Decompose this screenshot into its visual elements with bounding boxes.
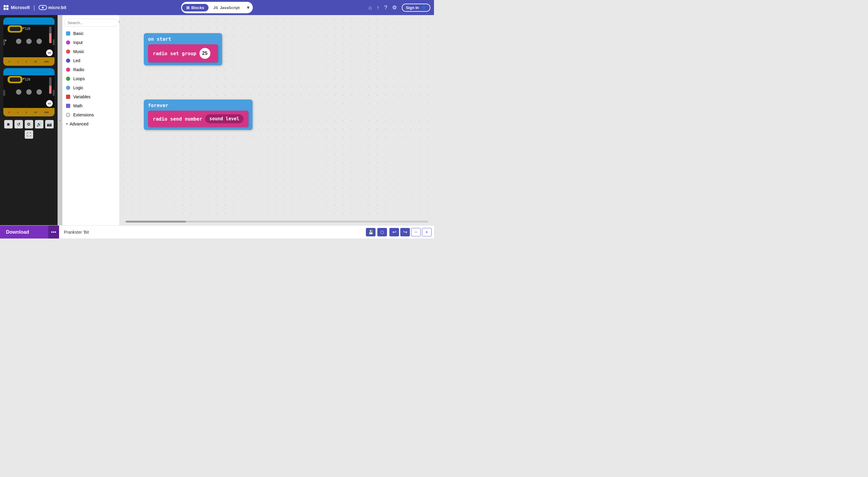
device-button-a-2[interactable] bbox=[3, 90, 5, 96]
pin-label-2-2: 2 bbox=[26, 111, 27, 113]
horizontal-scrollbar[interactable] bbox=[120, 220, 434, 223]
sim-settings-button[interactable]: ⚙ bbox=[25, 120, 33, 128]
music-label: Music bbox=[73, 49, 84, 54]
led-icon bbox=[66, 59, 70, 63]
device-mic-2: 🎤 bbox=[22, 78, 25, 81]
windows-icon bbox=[4, 5, 8, 10]
pin-label-gnd-2: GND bbox=[44, 111, 49, 113]
pin-0-2 bbox=[16, 89, 22, 95]
search-input[interactable] bbox=[67, 21, 118, 25]
device-bottom-strip-1: 0 1 2 3V GND bbox=[3, 57, 55, 66]
mode-dropdown-button[interactable]: ▾ bbox=[244, 3, 252, 12]
search-box[interactable]: 🔍 bbox=[65, 19, 117, 27]
device-screen-1 bbox=[10, 27, 21, 31]
sim-sound-button[interactable]: 🔊 bbox=[35, 120, 43, 128]
simulator-panel: 128 🎤 A V2 0 1 2 bbox=[0, 15, 58, 225]
github-button[interactable]: ⬡ bbox=[377, 228, 387, 236]
undo-button[interactable]: ↩ bbox=[390, 228, 399, 236]
save-button[interactable]: 💾 bbox=[366, 228, 375, 236]
share-icon[interactable]: ↑ bbox=[377, 4, 379, 11]
device-top-bar-1 bbox=[3, 18, 55, 25]
device-face-2 bbox=[7, 76, 23, 83]
mode-toggle-area: ⊞ Blocks JS JavaScript ▾ bbox=[181, 2, 253, 13]
on-start-block[interactable]: on start radio set group 25 bbox=[144, 33, 222, 65]
footer-actions: 💾 ⬡ bbox=[364, 228, 390, 236]
redo-button[interactable]: ↪ bbox=[400, 228, 410, 236]
pin-label-3v-2: 3V bbox=[34, 111, 37, 113]
save-icon: 💾 bbox=[368, 230, 373, 235]
radio-set-group-value[interactable]: 25 bbox=[199, 48, 210, 59]
math-label: Math bbox=[73, 103, 83, 108]
github-icon: ⬡ bbox=[380, 230, 384, 235]
header-right: ⌂ ↑ ? ⚙ Sign In 👤 bbox=[369, 4, 430, 12]
sim-fullscreen-button[interactable]: ⛶ bbox=[25, 130, 33, 139]
sound-level-value[interactable]: sound level bbox=[205, 114, 244, 123]
radio-set-group-block[interactable]: radio set group 25 bbox=[148, 44, 218, 62]
pin-label-2-1: 2 bbox=[26, 61, 27, 63]
scrollbar-thumb[interactable] bbox=[126, 221, 186, 222]
advanced-expand-icon: ▾ bbox=[66, 122, 68, 126]
footer: Download ••• Prankster 'Bit 💾 ⬡ ↩ ↪ − + bbox=[0, 225, 434, 239]
pin-2-1 bbox=[36, 38, 42, 44]
help-icon[interactable]: ? bbox=[384, 4, 387, 11]
toolbox-item-advanced[interactable]: ▾ Advanced bbox=[62, 119, 119, 128]
microsoft-label: Microsoft bbox=[11, 5, 30, 10]
zoom-out-button[interactable]: − bbox=[411, 228, 421, 236]
device-pin-contacts-1 bbox=[16, 38, 42, 44]
device-badge-2: V2 bbox=[46, 100, 53, 107]
device-value-2: 128 bbox=[25, 78, 30, 81]
variables-label: Variables bbox=[73, 94, 90, 99]
javascript-label: JavaScript bbox=[220, 5, 240, 10]
sim-restart-button[interactable]: ↺ bbox=[14, 120, 23, 128]
blocks-label: Blocks bbox=[191, 5, 204, 10]
radio-send-number-label: radio send number bbox=[153, 116, 202, 122]
sim-stop-button[interactable]: ■ bbox=[4, 120, 13, 128]
sign-in-button[interactable]: Sign In 👤 bbox=[402, 4, 430, 12]
device-speaker-bg-1 bbox=[49, 27, 52, 43]
download-button[interactable]: Download bbox=[0, 226, 48, 239]
device-screen-2 bbox=[10, 78, 21, 82]
pin-label-1-2: 1 bbox=[17, 111, 19, 113]
loops-icon bbox=[66, 77, 70, 81]
more-icon: ••• bbox=[51, 230, 56, 235]
javascript-mode-button[interactable]: JS JavaScript bbox=[209, 4, 244, 11]
blocks-mode-button[interactable]: ⊞ Blocks bbox=[182, 4, 209, 11]
led-label: Led bbox=[73, 58, 80, 63]
toolbox-item-radio[interactable]: Radio bbox=[62, 65, 119, 74]
advanced-label: Advanced bbox=[70, 121, 88, 126]
collapse-icon: ‹ bbox=[59, 118, 61, 122]
toolbox-item-math[interactable]: Math bbox=[62, 101, 119, 110]
forever-block[interactable]: forever radio send number sound level bbox=[144, 99, 253, 130]
music-icon bbox=[66, 50, 70, 54]
toolbox-item-loops[interactable]: Loops bbox=[62, 74, 119, 83]
basic-label: Basic bbox=[73, 31, 84, 36]
pin-1-2 bbox=[26, 89, 32, 95]
toolbox-item-basic[interactable]: Basic bbox=[62, 29, 119, 38]
sim-screenshot-button[interactable]: 📷 bbox=[45, 120, 54, 128]
pin-0-1 bbox=[16, 38, 22, 44]
scrollbar-track bbox=[126, 221, 428, 222]
toolbox-item-extensions[interactable]: + Extensions bbox=[62, 110, 119, 119]
zoom-in-button[interactable]: + bbox=[422, 228, 432, 236]
radio-send-number-block[interactable]: radio send number sound level bbox=[148, 111, 248, 127]
toolbox-item-variables[interactable]: Variables bbox=[62, 92, 119, 101]
microbit-label: micro:bit bbox=[48, 5, 66, 10]
device-button-b-2[interactable] bbox=[53, 90, 55, 96]
collapse-handle[interactable]: ‹ bbox=[58, 15, 62, 225]
loops-label: Loops bbox=[73, 76, 85, 81]
forever-container: forever radio send number sound level bbox=[144, 99, 253, 130]
toolbox-item-music[interactable]: Music bbox=[62, 47, 119, 56]
toolbox-item-input[interactable]: Input bbox=[62, 38, 119, 47]
toolbox-item-led[interactable]: Led bbox=[62, 56, 119, 65]
math-icon bbox=[66, 104, 70, 108]
main-layout: 128 🎤 A V2 0 1 2 bbox=[0, 15, 434, 225]
extensions-label: Extensions bbox=[73, 113, 94, 117]
device-pin-contacts-2 bbox=[16, 89, 42, 95]
device-button-b-1[interactable] bbox=[53, 39, 55, 45]
toolbox-item-logic[interactable]: Logic bbox=[62, 83, 119, 92]
settings-icon[interactable]: ⚙ bbox=[392, 4, 397, 11]
device-mic-1: 🎤 bbox=[22, 27, 25, 30]
home-icon[interactable]: ⌂ bbox=[369, 4, 372, 11]
footer-more-button[interactable]: ••• bbox=[48, 226, 59, 239]
brand: Microsoft | micro:bit bbox=[4, 4, 66, 11]
